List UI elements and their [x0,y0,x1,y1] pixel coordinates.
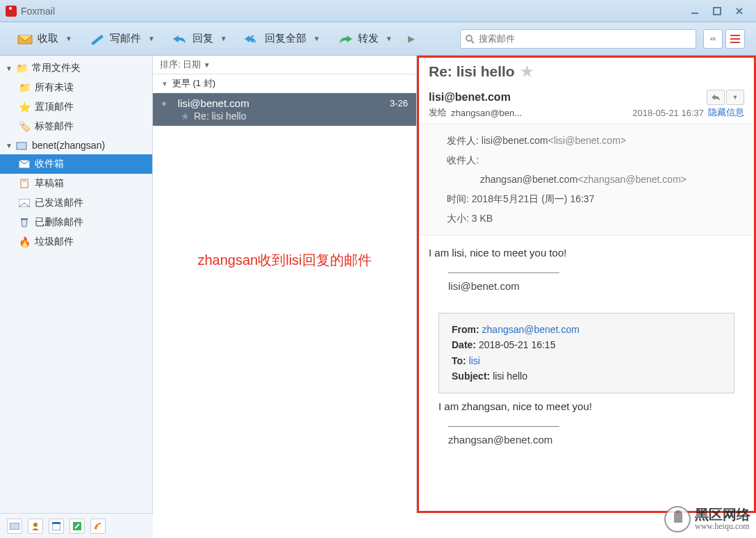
svg-rect-15 [52,522,60,524]
watermark: 黑区网络 www.heiqu.com [664,506,750,532]
svg-rect-4 [730,38,740,40]
message-from: lisi@benet.com [178,97,390,109]
minimize-button[interactable] [684,3,706,19]
group-earlier[interactable]: ▼更早 (1 封) [153,74,416,93]
folder-icon: 📁 [15,63,28,74]
svg-point-13 [33,523,38,527]
toolbar-more-button[interactable]: ▶ [404,33,419,44]
forward-button[interactable]: 转发▼ [331,29,401,48]
folder-deleted[interactable]: 已删除邮件 [0,213,152,232]
svg-rect-8 [21,179,28,188]
contacts-button[interactable] [28,519,43,534]
annotation-text: zhangsan收到lisi回复的邮件 [153,251,416,270]
preview-datetime: 2018-05-21 16:37 [632,108,704,118]
reply-button[interactable]: 回复▼ [166,29,236,48]
status-bar [0,513,153,538]
quoted-header: From: zhangsan@benet.com Date: 2018-05-2… [438,313,734,393]
svg-rect-6 [17,142,26,149]
star-icon[interactable]: ★ [181,111,190,122]
signature-divider [448,272,559,273]
message-list: 排序: 日期 ▼ ▼更早 (1 封) ● lisi@benet.com 3-26… [153,56,417,513]
sent-icon [18,197,31,209]
account-icon [15,140,28,151]
star-icon[interactable]: ★ [520,63,534,80]
preview-from: lisi@benet.com [429,91,707,104]
forward-icon [337,33,354,45]
compose-button[interactable]: 写邮件▼ [83,29,163,48]
message-item[interactable]: ● lisi@benet.com 3-26 ★Re: lisi hello [153,93,416,126]
quick-actions-button[interactable]: ▼ [726,90,744,105]
svg-point-17 [95,527,97,529]
header-details: 发件人: lisi@benet.com<lisi@benet.com> 收件人:… [419,123,754,236]
search-box[interactable] [460,29,696,49]
svg-point-2 [466,35,472,41]
notes-button[interactable] [69,519,85,534]
star-icon: ⭐ [18,101,31,113]
svg-rect-1 [714,8,721,15]
reply-all-icon [244,33,261,45]
inbox-icon [17,33,33,45]
quick-reply-button[interactable] [707,90,725,105]
reply-all-button[interactable]: 回复全部▼ [238,29,329,48]
search-icon [465,34,475,44]
search-input[interactable] [479,33,691,44]
junk-icon: 🔥 [18,236,31,247]
svg-rect-11 [21,218,28,220]
svg-rect-0 [691,13,698,14]
drafts-icon [18,178,31,189]
inbox-icon [18,158,31,170]
rss-button[interactable] [90,519,106,534]
tag-icon: 🏷️ [18,121,31,132]
account-node[interactable]: ▼benet(zhangsan) [0,136,152,154]
preview-signature: lisi@benet.com [429,280,744,292]
sidebar: ▼📁常用文件夹 📁所有未读 ⭐置顶邮件 🏷️标签邮件 ▼benet(zhangs… [0,56,153,513]
preview-body: I am lisi, nice to meet you too! lisi@be… [419,236,754,511]
preview-pane: Re: lisi hello★ lisi@benet.com ▼ 发给 zhan… [417,56,756,513]
signature-divider [448,426,559,427]
close-button[interactable] [728,3,750,19]
calendar-button[interactable] [49,519,64,534]
svg-rect-9 [22,181,26,181]
sort-bar[interactable]: 排序: 日期 ▼ [153,56,416,74]
svg-rect-3 [730,35,740,36]
trash-icon [18,217,31,228]
pen-icon [89,33,106,45]
list-view-button[interactable] [725,29,745,49]
quoted-body: I am zhangsan, nice to meet you! [429,393,744,412]
preview-subject: Re: lisi hello★ [419,58,754,85]
chevron-down-icon[interactable]: ▼ [63,35,75,42]
toolbar: 收取▼ 写邮件▼ 回复▼ 回复全部▼ 转发▼ ▶ [0,22,756,56]
maximize-button[interactable] [706,3,728,19]
svg-rect-5 [730,42,740,43]
receive-button[interactable]: 收取▼ [11,29,81,48]
folder-junk[interactable]: 🔥垃圾邮件 [0,232,152,252]
folder-tagged[interactable]: 🏷️标签邮件 [0,117,152,136]
chevron-down-icon[interactable]: ▼ [217,35,230,42]
titlebar: Foxmail [0,0,756,22]
svg-rect-12 [10,523,19,530]
app-logo-icon [6,6,17,17]
folder-pinned[interactable]: ⭐置顶邮件 [0,97,152,117]
folder-icon: 📁 [18,82,31,93]
message-subject: Re: lisi hello [194,111,246,122]
mail-view-button[interactable] [7,519,22,534]
folder-common[interactable]: ▼📁常用文件夹 [0,58,152,78]
chevron-down-icon[interactable]: ▼ [311,35,323,42]
folder-drafts[interactable]: 草稿箱 [0,174,152,193]
folder-sent[interactable]: 已发送邮件 [0,193,152,213]
preview-to: zhangsan@ben... [451,108,628,118]
chevron-down-icon[interactable]: ▼ [383,35,395,42]
quoted-signature: zhangsan@benet.com [429,434,744,446]
chevron-down-icon[interactable]: ▼ [145,35,158,42]
reply-icon [172,33,188,45]
folder-inbox[interactable]: 收件箱 [0,154,152,174]
search-dropdown-button[interactable] [703,29,723,49]
app-title: Foxmail [21,6,684,17]
watermark-logo-icon [664,506,691,532]
hide-info-link[interactable]: 隐藏信息 [708,106,744,119]
unread-dot-icon: ● [161,98,167,108]
message-date: 3-26 [390,98,408,108]
folder-all-unread[interactable]: 📁所有未读 [0,78,152,97]
